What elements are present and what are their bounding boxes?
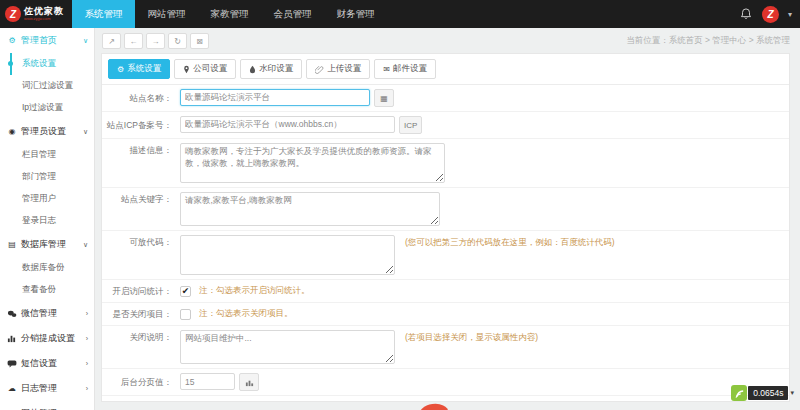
sidebar-group-admin[interactable]: ◉ 管理员设置 ∨ [0, 119, 94, 144]
sidebar-group-log[interactable]: ☁ 日志管理 › [0, 376, 94, 401]
code-label: 可放代码： [102, 235, 180, 249]
sidebar: ⚙ 管理首页 ∨ 系统设置 词汇过滤设置 Ip过滤设置 ◉ 管理员设置 ∨ 栏目… [0, 28, 95, 410]
sidebar-item-login-log[interactable]: 登录日志 [20, 210, 94, 232]
sidebar-group-database[interactable]: ▤ 数据库管理 ∨ [0, 232, 94, 257]
chevron-down-icon: ∨ [83, 37, 88, 45]
fullscreen-icon-button[interactable]: ⊠ [190, 33, 209, 49]
sidebar-item-admin-users[interactable]: 管理用户 [20, 188, 94, 210]
form-row-save: ✔ 确定保存 [102, 396, 789, 402]
tab-label: 公司设置 [193, 63, 227, 75]
close-project-label: 是否关闭项目： [102, 307, 180, 321]
location-pin-icon [183, 65, 190, 74]
notification-bell-icon[interactable] [739, 7, 753, 21]
form-row-site-name: 站点名称： ▦ [102, 85, 789, 112]
form-row-page-size: 后台分页值： [102, 369, 789, 396]
chevron-right-icon: › [86, 335, 88, 342]
sidebar-group-label: 短信设置 [21, 357, 57, 370]
app-subtitle: www.zyjjw.com [24, 17, 64, 21]
nav-finance[interactable]: 财务管理 [324, 0, 387, 28]
close-desc-label: 关闭说明： [102, 330, 180, 344]
tab-label: 水印设置 [259, 63, 293, 75]
chevron-down-icon: ∨ [83, 241, 88, 249]
site-name-label: 站点名称： [102, 91, 180, 105]
sidebar-group-sms[interactable]: 短信设置 › [0, 351, 94, 376]
page-size-label: 后台分页值： [102, 375, 180, 389]
sidebar-item-dept-mgmt[interactable]: 部门管理 [20, 166, 94, 188]
nav-tutor[interactable]: 家教管理 [198, 0, 261, 28]
page-size-bars-button[interactable] [239, 373, 259, 391]
load-time-badge: 0.0654s [748, 386, 788, 400]
close-project-checkbox[interactable] [180, 309, 191, 320]
stats-label: 开启访问统计： [102, 284, 180, 298]
tab-company-settings[interactable]: 公司设置 [174, 59, 236, 79]
sidebar-group-label: 数据库管理 [21, 238, 66, 251]
sidebar-item-word-filter[interactable]: 词汇过滤设置 [20, 75, 94, 97]
sidebar-item-db-backup[interactable]: 数据库备份 [20, 257, 94, 279]
code-hint: (您可以把第三方的代码放在这里，例如：百度统计代码) [405, 235, 615, 249]
save-button[interactable]: ✔ 确定保存 [188, 401, 253, 402]
sidebar-group-label: 微信管理 [21, 307, 57, 320]
form-row-stats: 开启访问统计： 注：勾选表示开启访问统计。 [102, 280, 789, 303]
performance-widget: 0.0654s ▾ [731, 385, 794, 401]
tab-upload-settings[interactable]: 上传设置 [306, 59, 370, 79]
keywords-textarea[interactable]: 请家教,家教平台,嗨教家教网 [180, 192, 440, 226]
form-row-code: 可放代码： (您可以把第三方的代码放在这里，例如：百度统计代码) [102, 231, 789, 280]
back-icon-button[interactable]: ← [124, 33, 143, 49]
sidebar-item-column-mgmt[interactable]: 栏目管理 [20, 144, 94, 166]
nav-website[interactable]: 网站管理 [135, 0, 198, 28]
description-textarea[interactable]: 嗨教家教网，专注于为广大家长及学员提供优质的教师资源。请家教，做家教，就上嗨教家… [180, 143, 445, 183]
site-name-input[interactable] [180, 89, 370, 106]
tab-mail-settings[interactable]: ✉ 邮件设置 [374, 59, 436, 79]
description-label: 描述信息： [102, 143, 180, 157]
code-textarea[interactable] [180, 235, 395, 275]
sidebar-group-commission[interactable]: 分销提成设置 › [0, 326, 94, 351]
gear-icon: ⚙ [7, 36, 17, 45]
sidebar-item-view-backup[interactable]: 查看备份 [20, 279, 94, 301]
perf-leaf-icon[interactable] [731, 385, 747, 401]
bars-icon [245, 378, 254, 387]
icp-addon: ICP [399, 116, 422, 134]
icp-input[interactable] [180, 116, 395, 133]
sidebar-group-label: 管理首页 [21, 34, 57, 47]
sidebar-item-ip-filter[interactable]: Ip过滤设置 [20, 97, 94, 119]
breadcrumb: 当前位置：系统首页 > 管理中心 > 系统管理 [626, 35, 790, 47]
tab-system-settings[interactable]: ⚙ 系统设置 [108, 59, 170, 79]
grid-picker-button[interactable]: ▦ [374, 89, 394, 107]
form-row-close-desc: 关闭说明： 网站项目维护中... (若项目选择关闭，显示该属性内容) [102, 326, 789, 369]
sidebar-group-dashboard[interactable]: ⚙ 管理首页 ∨ [0, 28, 94, 53]
perf-chevron-icon[interactable]: ▾ [790, 389, 794, 397]
user-avatar[interactable]: Z [762, 6, 779, 23]
sidebar-item-system-settings[interactable]: 系统设置 [20, 53, 94, 75]
sms-bubble-icon [7, 360, 17, 368]
sidebar-group-images[interactable]: 图片管理 › [0, 401, 94, 410]
close-desc-hint: (若项目选择关闭，显示该属性内容) [405, 330, 538, 344]
nav-member[interactable]: 会员管理 [261, 0, 324, 28]
user-menu-chevron-icon[interactable]: ▾ [788, 10, 792, 19]
chevron-down-icon: ∨ [83, 128, 88, 136]
main-nav: 系统管理 网站管理 家教管理 会员管理 财务管理 [72, 0, 387, 28]
admin-settings-icon: ◉ [7, 127, 17, 136]
water-drop-icon [249, 65, 256, 74]
grid-icon: ▦ [380, 94, 388, 103]
refresh-icon-button[interactable]: ↻ [168, 33, 187, 49]
tab-watermark-settings[interactable]: 水印设置 [240, 59, 302, 79]
resize-icon-button[interactable]: ↗ [102, 33, 121, 49]
paperclip-icon [315, 65, 324, 74]
database-icon: ▤ [7, 240, 17, 249]
page-size-input[interactable] [180, 373, 235, 390]
forward-icon-button[interactable]: → [146, 33, 165, 49]
sidebar-group-label: 分销提成设置 [21, 332, 75, 345]
sidebar-sublist: 栏目管理 部门管理 管理用户 登录日志 [0, 144, 94, 232]
tab-label: 邮件设置 [393, 63, 427, 75]
gear-icon: ⚙ [117, 65, 124, 74]
sidebar-group-label: 管理员设置 [21, 125, 66, 138]
nav-system[interactable]: 系统管理 [72, 0, 135, 28]
close-desc-textarea[interactable]: 网站项目维护中... [180, 330, 395, 364]
settings-panel: ⚙ 系统设置 公司设置 水印设置 上传设置 ✉ 邮件设置 站点名称： [101, 53, 790, 402]
app-logo[interactable]: Z 佐优家教 www.zyjjw.com [0, 0, 72, 28]
sidebar-sublist: 系统设置 词汇过滤设置 Ip过滤设置 [0, 53, 94, 119]
stats-checkbox[interactable] [180, 286, 191, 297]
cloud-icon: ☁ [7, 384, 17, 393]
sidebar-group-wechat[interactable]: 微信管理 › [0, 301, 94, 326]
chevron-right-icon: › [86, 360, 88, 367]
